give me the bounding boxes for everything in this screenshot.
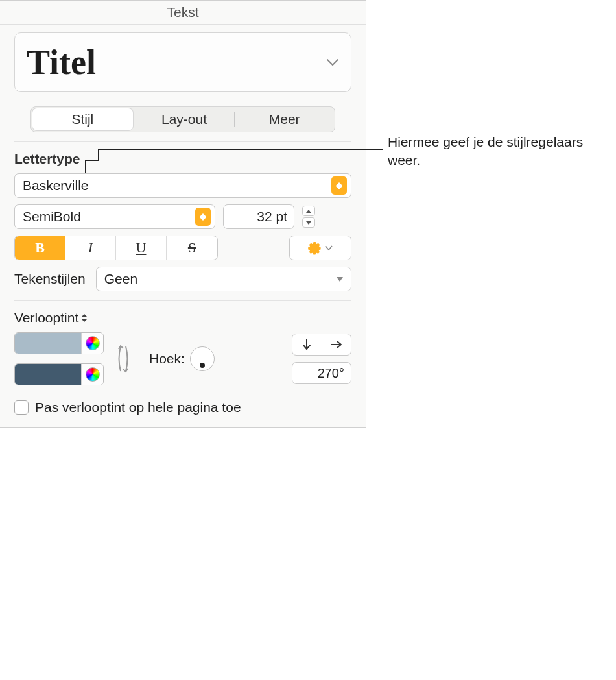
tab-stijl[interactable]: Stijl <box>32 108 133 130</box>
select-stepper-icon <box>81 314 88 322</box>
font-size-down[interactable] <box>302 217 315 228</box>
direction-vertical-button[interactable] <box>292 334 322 355</box>
chevron-down-icon <box>326 58 339 66</box>
panel-title: Tekst <box>0 1 366 25</box>
color-swatch-2[interactable] <box>15 364 81 385</box>
italic-button[interactable]: I <box>65 236 116 260</box>
gradient-color-1[interactable] <box>14 332 104 354</box>
apply-whole-page-label: Pas verlooptint op hele pagina toe <box>35 400 241 415</box>
angle-value-field[interactable]: 270° <box>292 362 351 384</box>
font-weight-size-row: SemiBold 32 pt <box>14 204 351 229</box>
advanced-options-button[interactable] <box>289 236 351 260</box>
arrow-right-icon <box>331 339 342 350</box>
font-size-stepper[interactable] <box>302 206 315 228</box>
font-size-value: 32 pt <box>257 209 287 225</box>
leader-line <box>98 149 99 161</box>
character-style-select[interactable]: Geen <box>96 267 351 291</box>
leader-line <box>85 160 98 161</box>
swap-colors-button[interactable] <box>114 343 132 375</box>
paragraph-style-name: Titel <box>27 42 96 82</box>
text-inspector-panel: Tekst Titel Stijl Lay-out Meer Lettertyp… <box>0 0 366 428</box>
gradient-color-2[interactable] <box>14 363 104 385</box>
font-size-field[interactable]: 32 pt <box>223 204 294 229</box>
paragraph-style-selector[interactable]: Titel <box>14 32 351 92</box>
angle-indicator-dot <box>200 363 205 368</box>
font-family-select[interactable]: Baskerville <box>14 173 351 198</box>
gradient-direction-buttons <box>292 334 351 356</box>
chevron-down-icon <box>325 245 333 251</box>
leader-line <box>98 149 383 150</box>
font-section-label: Lettertype <box>14 151 351 167</box>
angle-value: 270° <box>318 366 344 381</box>
select-stepper-icon <box>195 208 211 226</box>
color-wheel-icon <box>86 367 100 382</box>
font-weight-select[interactable]: SemiBold <box>14 204 215 229</box>
gradient-color-wells <box>14 332 104 385</box>
font-style-button-group: B I U S <box>14 236 218 260</box>
character-styles-row: Tekenstijlen Geen <box>14 267 351 291</box>
angle-label: Hoek: <box>149 351 185 367</box>
divider <box>14 141 351 142</box>
fill-type-label: Verlooptint <box>14 310 78 326</box>
font-weight-value: SemiBold <box>23 209 195 225</box>
apply-whole-page-checkbox[interactable] <box>14 400 29 415</box>
character-style-value: Geen <box>104 271 337 287</box>
color-picker-button-1[interactable] <box>81 333 103 354</box>
angle-dial[interactable] <box>190 346 215 371</box>
strikethrough-button[interactable]: S <box>167 236 217 260</box>
callout-stijl-tab: Hiermee geef je de stijlregelaars weer. <box>388 133 615 170</box>
font-style-buttons-row: B I U S <box>14 236 351 260</box>
chevron-down-icon <box>337 277 343 282</box>
angle-right-column: 270° <box>292 334 351 384</box>
underline-button[interactable]: U <box>116 236 167 260</box>
leader-line <box>85 160 86 173</box>
gradient-controls-row: Hoek: 270° <box>14 332 351 385</box>
panel-body: Titel Stijl Lay-out Meer Lettertype Bask… <box>0 25 366 427</box>
arrow-down-icon <box>302 339 312 350</box>
character-styles-label: Tekenstijlen <box>14 271 86 287</box>
color-wheel-icon <box>86 336 100 350</box>
text-tabs-segmented: Stijl Lay-out Meer <box>30 106 335 132</box>
font-family-row: Baskerville <box>14 173 351 198</box>
color-picker-button-2[interactable] <box>81 364 103 385</box>
color-swatch-1[interactable] <box>15 333 81 354</box>
tab-meer[interactable]: Meer <box>234 107 335 132</box>
apply-whole-page-row: Pas verlooptint op hele pagina toe <box>14 400 351 415</box>
angle-block: Hoek: <box>149 346 215 371</box>
font-family-value: Baskerville <box>23 178 331 193</box>
direction-horizontal-button[interactable] <box>322 334 351 355</box>
bold-button[interactable]: B <box>15 236 65 260</box>
gear-icon <box>308 241 322 255</box>
divider <box>14 300 351 301</box>
fill-type-select[interactable]: Verlooptint <box>14 310 88 326</box>
tab-layout[interactable]: Lay-out <box>134 107 235 132</box>
font-size-up[interactable] <box>302 206 315 216</box>
select-stepper-icon <box>331 176 347 195</box>
